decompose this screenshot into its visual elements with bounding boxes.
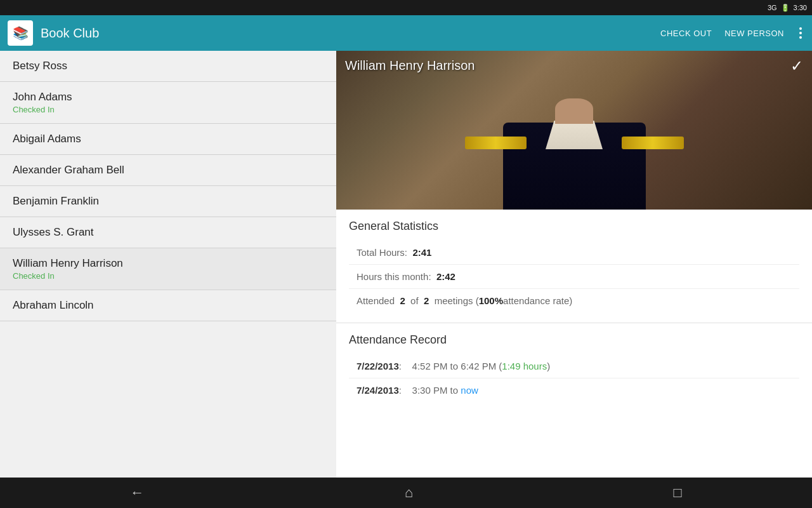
attendance-hours-1: 1:49 hours [502,361,547,371]
person-name: Benjamin Franklin [13,195,324,208]
app-logo: 📚 [8,20,33,46]
general-statistics-section: General Statistics Total Hours: 2:41 Hou… [336,210,812,323]
clock: 3:30 [794,4,807,11]
person-name: John Adams [13,91,324,104]
colon-2: : [399,385,410,396]
person-name: Abigail Adams [13,133,324,145]
home-button[interactable]: ⌂ [392,479,426,506]
checkin-checkmark: ✓ [790,57,803,75]
person-portrait-header: William Henry Harrison ✓ [336,51,812,210]
hours-month-label: Hours this month: [357,271,431,282]
total-hours-value: 2:41 [412,247,431,258]
dot3 [799,36,802,39]
portrait-left-epaulette [465,137,527,149]
attendance-section-title: Attendance Record [349,333,799,347]
battery-indicator: 🔋 [781,4,790,12]
total-meetings: 2 [424,295,429,306]
portrait-neck [555,98,593,124]
portrait-name-overlay: William Henry Harrison [345,58,475,73]
detail-panel: William Henry Harrison ✓ General Statist… [336,51,812,478]
time-range-1: 4:52 PM to 6:42 PM ( [412,361,502,371]
sidebar-item-betsy-ross[interactable]: Betsy Ross [0,51,336,82]
more-options-button[interactable] [797,25,804,41]
sidebar-item-alexander-graham-bell[interactable]: Alexander Graham Bell [0,155,336,186]
person-name: Ulysses S. Grant [13,226,324,239]
portrait-collar [546,121,603,149]
attendance-record-section: Attendance Record 7/22/2013: 4:52 PM to … [336,323,812,412]
portrait-right-epaulette [622,137,684,149]
new-person-button[interactable]: NEW PERSON [724,26,784,41]
attendance-rate-value: 100% [479,295,503,306]
hours-month-value: 2:42 [436,271,455,282]
recents-icon: □ [673,485,681,500]
app-bar: 📚 Book Club CHECK OUT NEW PERSON [0,15,812,51]
bottom-navigation: ← ⌂ □ [0,478,812,508]
home-icon: ⌂ [405,485,413,500]
person-name: Betsy Ross [13,60,324,72]
of-label: of [410,295,419,306]
colon-1: : [399,361,410,371]
person-name: William Henry Harrison [13,257,324,270]
people-sidebar: Betsy Ross John Adams Checked In Abigail… [0,51,336,478]
logo-icon: 📚 [13,25,29,41]
close-paren-1: ) [547,361,550,371]
sidebar-item-john-adams[interactable]: John Adams Checked In [0,82,336,124]
sidebar-item-benjamin-franklin[interactable]: Benjamin Franklin [0,186,336,217]
time-range-2: 3:30 PM to [412,385,461,396]
attendance-date-2: 7/24/2013 [357,385,399,396]
sidebar-item-william-harrison[interactable]: William Henry Harrison Checked In [0,248,336,290]
recents-button[interactable]: □ [660,479,694,506]
attendance-now: now [461,385,478,396]
attendance-record-2: 7/24/2013: 3:30 PM to now [349,378,799,402]
attended-count: 2 [400,295,405,306]
back-button[interactable]: ← [117,479,157,506]
status-bar: 3G 🔋 3:30 [0,0,812,15]
person-status: Checked In [13,105,324,114]
main-content: Betsy Ross John Adams Checked In Abigail… [0,51,812,478]
stats-section-title: General Statistics [349,220,799,233]
total-hours-label: Total Hours: [357,247,407,258]
attendance-rate-row: Attended 2 of 2 meetings (100%attendance… [349,289,799,312]
app-title: Book Club [41,26,653,41]
meetings-label: meetings ( [435,295,479,306]
sidebar-item-ulysses-grant[interactable]: Ulysses S. Grant [0,217,336,248]
attendance-date-1: 7/22/2013 [357,361,399,371]
back-icon: ← [130,485,144,500]
person-status: Checked In [13,271,324,281]
attended-label: Attended [357,295,395,306]
attendance-record-1: 7/22/2013: 4:52 PM to 6:42 PM (1:49 hour… [349,354,799,378]
dot1 [799,27,802,30]
total-hours-row: Total Hours: 2:41 [349,241,799,265]
hours-this-month-row: Hours this month: 2:42 [349,265,799,289]
attendance-rate-suffix: attendance rate) [503,295,572,306]
signal-indicator: 3G [768,4,777,11]
sidebar-item-abigail-adams[interactable]: Abigail Adams [0,124,336,155]
person-name: Abraham Lincoln [13,299,324,312]
checkout-button[interactable]: CHECK OUT [660,26,712,41]
app-bar-actions: CHECK OUT NEW PERSON [660,25,804,41]
dot2 [799,32,802,34]
sidebar-item-abraham-lincoln[interactable]: Abraham Lincoln [0,290,336,321]
person-name: Alexander Graham Bell [13,164,324,177]
